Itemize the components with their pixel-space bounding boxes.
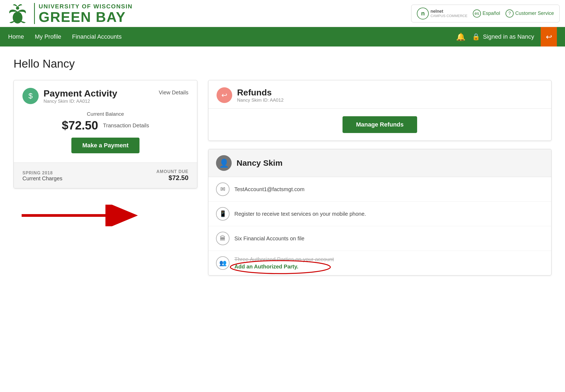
nancy-name: Nancy Skim: [237, 158, 282, 168]
nav-my-profile[interactable]: My Profile: [35, 31, 61, 42]
nav-links: Home My Profile Financial Accounts: [8, 31, 122, 42]
email-text: TestAccount1@factsmgt.com: [234, 186, 304, 192]
red-circle-annotation: [229, 260, 332, 274]
balance-row: $72.50 Transaction Details: [22, 119, 188, 132]
payment-title-group: Payment Activity Nancy Skim ID: AA012: [44, 88, 117, 104]
top-bar: University of Wisconsin GREEN BAY n neln…: [0, 0, 565, 27]
refunds-title-group: Refunds Nancy Skim ID: AA012: [237, 88, 284, 103]
email-item[interactable]: ✉ TestAccount1@factsmgt.com: [208, 177, 551, 202]
payment-icon-title: $ Payment Activity Nancy Skim ID: AA012: [22, 88, 117, 104]
refunds-title: Refunds: [237, 88, 284, 98]
balance-label: Current Balance: [22, 111, 188, 117]
svg-point-1: [16, 6, 19, 10]
charges-row: SPRING 2018 Current Charges AMOUNT DUE $…: [22, 169, 188, 182]
espanol-link[interactable]: es Español: [473, 9, 500, 18]
arrow-svg: [14, 205, 149, 226]
customer-service-link[interactable]: ? Customer Service: [506, 9, 554, 18]
two-column-layout: $ Payment Activity Nancy Skim ID: AA012 …: [14, 80, 551, 275]
refunds-card-top: ↩ Refunds Nancy Skim ID: AA012: [208, 80, 551, 109]
university-name: University of Wisconsin: [39, 3, 133, 10]
logo-area: University of Wisconsin GREEN BAY: [5, 3, 133, 24]
signed-in-label: 🔒 Signed in as Nancy: [472, 33, 534, 41]
charges-right: AMOUNT DUE $72.50: [157, 169, 188, 182]
refunds-icon: ↩: [217, 87, 232, 103]
top-right-links: n nelnet CAMPUS COMMERCE es Español ? Cu…: [411, 5, 560, 22]
refunds-header: ↩ Refunds Nancy Skim ID: AA012: [217, 87, 543, 103]
svg-point-4: [230, 261, 330, 274]
phone-text: Register to receive text services on you…: [234, 211, 366, 217]
payment-activity-title: Payment Activity: [44, 88, 117, 99]
make-payment-button[interactable]: Make a Payment: [71, 138, 139, 153]
payment-card-top: $ Payment Activity Nancy Skim ID: AA012 …: [14, 80, 197, 163]
nav-home[interactable]: Home: [8, 31, 24, 42]
manage-refunds-button[interactable]: Manage Refunds: [343, 116, 417, 133]
phone-icon: 📱: [216, 207, 230, 221]
current-charges-label: Current Charges: [22, 175, 62, 182]
refunds-card: ↩ Refunds Nancy Skim ID: AA012 Manage Re…: [208, 80, 551, 141]
transaction-details-link[interactable]: Transaction Details: [103, 122, 149, 129]
nancy-avatar: 👤: [216, 155, 232, 171]
payment-activity-subtitle: Nancy Skim ID: AA012: [44, 99, 117, 104]
refunds-subtitle: Nancy Skim ID: AA012: [237, 98, 284, 103]
university-logo-text: University of Wisconsin GREEN BAY: [34, 3, 133, 24]
espanol-icon: es: [473, 9, 481, 18]
nelnet-icon: n: [417, 8, 429, 19]
balance-section: Current Balance $72.50 Transaction Detai…: [22, 106, 188, 156]
nancy-skim-card: 👤 Nancy Skim ✉ TestAccount1@factsmgt.com…: [208, 149, 551, 275]
nancy-card-body: ✉ TestAccount1@factsmgt.com 📱 Register t…: [208, 177, 551, 275]
bank-icon: 🏛: [216, 232, 230, 245]
phoenix-logo: [5, 3, 30, 24]
phone-item[interactable]: 📱 Register to receive text services on y…: [208, 202, 551, 226]
refunds-card-body: Manage Refunds: [208, 109, 551, 141]
amount-due-label: AMOUNT DUE: [157, 169, 188, 174]
authorized-parties-icon: 👥: [216, 256, 230, 270]
nav-financial-accounts[interactable]: Financial Accounts: [72, 31, 121, 42]
arrow-annotation: [14, 194, 197, 215]
greeting-title: Hello Nancy: [14, 57, 551, 70]
email-icon: ✉: [216, 182, 230, 196]
left-column: $ Payment Activity Nancy Skim ID: AA012 …: [14, 80, 197, 215]
charges-left: SPRING 2018 Current Charges: [22, 171, 62, 182]
main-content: Hello Nancy $ Payment Activity Nancy Ski…: [0, 46, 565, 286]
right-column: ↩ Refunds Nancy Skim ID: AA012 Manage Re…: [208, 80, 551, 275]
payment-dollar-icon: $: [22, 88, 39, 104]
balance-amount: $72.50: [62, 119, 98, 132]
authorized-parties-item[interactable]: 👥 Three Authorized Parties on your accou…: [208, 251, 551, 275]
nelnet-logo: n nelnet CAMPUS COMMERCE: [417, 8, 467, 19]
greenbay-name: GREEN BAY: [39, 10, 133, 24]
customer-service-icon: ?: [506, 9, 514, 18]
nav-right: 🔔 🔒 Signed in as Nancy ↩: [456, 27, 557, 46]
payment-activity-card: $ Payment Activity Nancy Skim ID: AA012 …: [14, 80, 197, 188]
logout-button[interactable]: ↩: [541, 27, 557, 46]
amount-due-value: $72.50: [157, 174, 188, 182]
nelnet-text: nelnet CAMPUS COMMERCE: [430, 9, 467, 18]
nancy-card-header: 👤 Nancy Skim: [208, 149, 551, 177]
payment-card-header: $ Payment Activity Nancy Skim ID: AA012 …: [22, 88, 188, 104]
logout-icon: ↩: [546, 32, 552, 41]
bank-accounts-text: Six Financial Accounts on file: [234, 235, 304, 242]
notification-bell-icon[interactable]: 🔔: [456, 32, 466, 41]
bank-accounts-item[interactable]: 🏛 Six Financial Accounts on file: [208, 226, 551, 251]
semester-label: SPRING 2018: [22, 171, 62, 175]
lock-icon: 🔒: [472, 33, 480, 41]
nav-bar: Home My Profile Financial Accounts 🔔 🔒 S…: [0, 27, 565, 46]
view-details-link[interactable]: View Details: [159, 89, 188, 96]
payment-card-bottom: SPRING 2018 Current Charges AMOUNT DUE $…: [14, 163, 197, 188]
